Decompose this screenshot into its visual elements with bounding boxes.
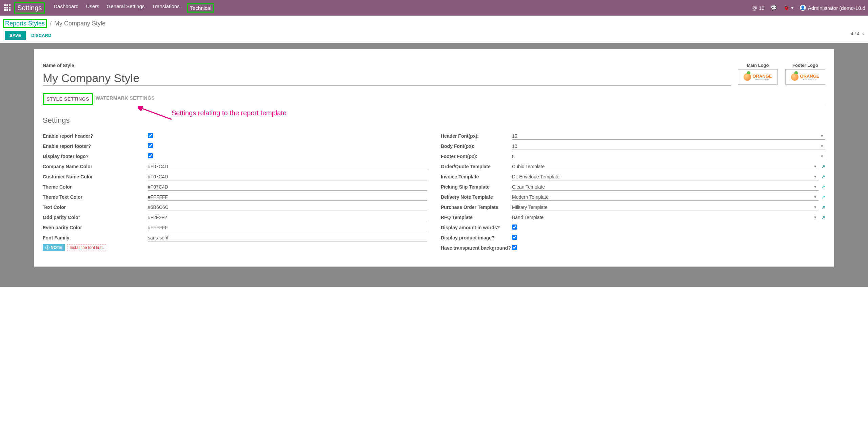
caret-body-font[interactable]: ▾ [819,143,825,149]
external-link-icon[interactable]: ↗ [821,184,825,190]
chk-amount-words[interactable] [512,225,517,230]
main-logo-label: Main Logo [738,63,778,68]
pager-prev[interactable]: ‹ [862,31,864,37]
chat-icon[interactable]: 💬 [771,5,777,11]
inp-theme-color[interactable] [148,183,427,191]
nav-technical[interactable]: Technical [187,3,215,13]
caret-invoice-tpl[interactable]: ▾ [812,174,818,179]
chk-display-footer-logo[interactable] [148,153,153,158]
external-link-icon[interactable]: ↗ [821,194,825,200]
caret-header-font[interactable]: ▾ [819,133,825,138]
save-button[interactable]: SAVE [5,31,26,40]
lbl-theme-text-color: Theme Text Color [43,194,148,200]
nav-right: @ 10 💬 🐞 ▾ 👤 Administrator (demo-10.d [752,5,866,11]
chk-enable-header[interactable] [148,133,153,138]
caret-picking-tpl[interactable]: ▾ [812,184,818,189]
lbl-header-font: Header Font(px): [441,133,512,139]
note-text: Install the font first. [67,244,106,251]
apps-icon[interactable] [4,4,11,11]
nav-dashboard[interactable]: Dashboard [54,3,78,13]
lbl-product-image: Display product image? [441,235,512,240]
form-card: Name of Style Main Logo ORANGEWEB STUDIO… [34,49,834,267]
caret-po-tpl[interactable]: ▾ [812,204,818,210]
settings-left-col: Enable report header? Enable report foot… [43,131,427,253]
annotation-arrow [138,106,175,123]
footer-logo-label: Footer Logo [785,63,825,68]
sel-body-font[interactable]: 10 [512,143,819,150]
pager-text: 4 / 4 [851,31,859,36]
external-link-icon[interactable]: ↗ [821,164,825,169]
lbl-theme-color: Theme Color [43,184,148,190]
caret-order-tpl[interactable]: ▾ [812,164,818,169]
lbl-amount-words: Display amount in words? [441,225,512,230]
nav-general-settings[interactable]: General Settings [107,3,145,13]
avatar-icon: 👤 [800,5,806,11]
lbl-enable-header: Enable report header? [43,133,148,139]
user-menu[interactable]: 👤 Administrator (demo-10.d [800,5,865,11]
caret-delivery-tpl[interactable]: ▾ [812,194,818,199]
lbl-footer-font: Footer Font(px): [441,154,512,159]
lbl-order-tpl: Order/Quote Template [441,164,512,169]
breadcrumb: Reports Styles / My Company Style [3,19,105,28]
inp-text-color[interactable] [148,204,427,211]
sel-header-font[interactable]: 10 [512,133,819,139]
nav-links: Dashboard Users General Settings Transla… [54,3,214,13]
lbl-customer-name-color: Customer Name Color [43,174,148,179]
nav-translations[interactable]: Translations [152,3,180,13]
inp-even-parity-color[interactable] [148,224,427,231]
main-logo-text: ORANGE [752,74,772,78]
lbl-display-footer-logo: Display footer logo? [43,154,148,159]
debug-icon[interactable]: 🐞 ▾ [783,5,794,11]
lbl-transparent-bg: Have transparent background? [441,245,512,251]
style-name-input[interactable] [43,71,731,86]
form-outer: Name of Style Main Logo ORANGEWEB STUDIO… [0,43,868,287]
name-label: Name of Style [43,63,731,68]
main-logo-sub: WEB STUDIOS [752,78,772,80]
chk-transparent-bg[interactable] [512,245,517,250]
sel-delivery-tpl[interactable]: Modern Template [512,194,812,200]
caret-footer-font[interactable]: ▾ [819,154,825,159]
breadcrumb-current: My Company Style [54,20,105,27]
lbl-invoice-tpl: Invoice Template [441,174,512,179]
note-badge: ⓘ NOTE [43,244,65,251]
nav-users[interactable]: Users [86,3,99,13]
inp-font-family[interactable] [148,234,427,241]
footer-logo-box[interactable]: ORANGEWEB STUDIOS [785,69,825,85]
chk-enable-footer[interactable] [148,143,153,148]
lbl-picking-tpl: Picking Slip Template [441,184,512,190]
external-link-icon[interactable]: ↗ [821,204,825,210]
lbl-delivery-tpl: Delivery Note Template [441,194,512,200]
inp-odd-parity-color[interactable] [148,214,427,221]
tab-style-settings[interactable]: STYLE SETTINGS [43,93,93,105]
messages-count[interactable]: @ 10 [752,5,765,11]
sel-invoice-tpl[interactable]: DL Envelope Template [512,173,812,180]
sel-rfq-tpl[interactable]: Band Template [512,214,812,221]
sel-picking-tpl[interactable]: Clean Template [512,183,812,190]
inp-company-name-color[interactable] [148,163,427,170]
lbl-body-font: Body Font(px): [441,143,512,149]
sel-order-tpl[interactable]: Cubic Template [512,163,812,170]
chk-product-image[interactable] [512,235,517,240]
user-name: Administrator (demo-10.d [808,5,865,11]
external-link-icon[interactable]: ↗ [821,174,825,179]
footer-logo-sub: WEB STUDIOS [800,78,819,80]
caret-rfq-tpl[interactable]: ▾ [812,215,818,220]
svg-line-0 [140,108,172,119]
inp-customer-name-color[interactable] [148,173,427,180]
main-logo-box[interactable]: ORANGEWEB STUDIOS [738,69,778,85]
breadcrumb-sep: / [50,20,52,27]
top-navbar: Settings Dashboard Users General Setting… [0,0,868,16]
lbl-po-tpl: Purchase Order Template [441,204,512,210]
sel-po-tpl[interactable]: Military Template [512,204,812,211]
discard-button[interactable]: DISCARD [27,31,55,40]
tab-watermark-settings[interactable]: WATERMARK SETTINGS [93,93,157,105]
app-brand[interactable]: Settings [14,2,45,14]
breadcrumb-root[interactable]: Reports Styles [3,19,47,28]
lbl-company-name-color: Company Name Color [43,164,148,169]
annotation-text: Settings relating to the report template [172,109,287,117]
lbl-font-family: Font Family: [43,235,148,240]
form-tabs: STYLE SETTINGS WATERMARK SETTINGS [43,93,825,105]
sel-footer-font[interactable]: 8 [512,153,819,160]
external-link-icon[interactable]: ↗ [821,215,825,220]
inp-theme-text-color[interactable] [148,194,427,201]
